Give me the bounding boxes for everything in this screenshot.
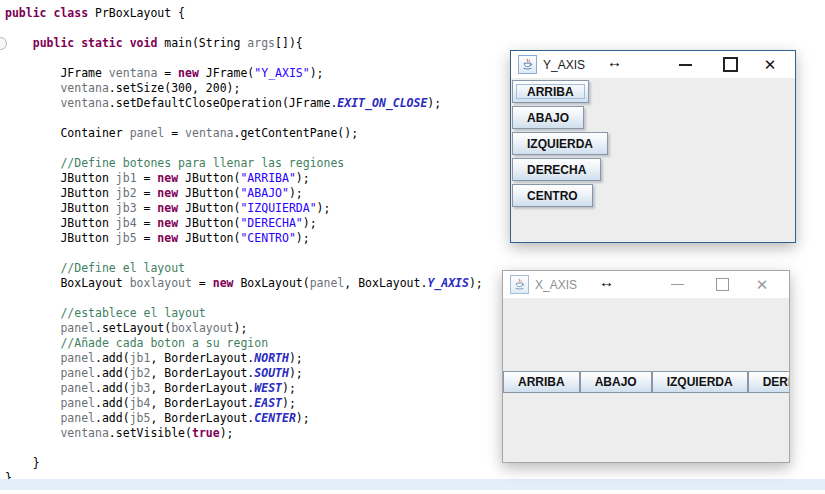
code-line xyxy=(5,21,825,36)
maximize-icon xyxy=(723,57,738,72)
code-line: public class PrBoxLayout { xyxy=(5,6,825,21)
y-axis-content-pane: ARRIBAABAJOIZQUIERDADERECHACENTRO xyxy=(511,78,795,242)
horizontal-resize-cursor-icon: ↔ xyxy=(607,53,622,70)
java-coffee-cup-icon xyxy=(510,275,529,294)
x-axis-content-pane: ARRIBAABAJOIZQUIERDADERECHA xyxy=(503,298,789,462)
button-izquierda[interactable]: IZQUIERDA xyxy=(652,371,748,393)
minimize-button[interactable] xyxy=(660,271,694,298)
current-line-highlight xyxy=(0,479,825,490)
button-abajo[interactable]: ABAJO xyxy=(580,371,652,393)
maximize-button[interactable] xyxy=(705,271,739,298)
window-title: Y_AXIS xyxy=(543,58,585,72)
x-axis-titlebar[interactable]: X_AXIS ↔ ✕ xyxy=(503,271,789,298)
code-line: public static void main(String args[]){ xyxy=(5,36,825,51)
code-line xyxy=(5,246,825,261)
close-button[interactable]: ✕ xyxy=(753,51,787,78)
button-izquierda[interactable]: IZQUIERDA xyxy=(512,132,608,155)
minimize-button[interactable] xyxy=(668,51,702,78)
button-abajo[interactable]: ABAJO xyxy=(512,106,584,129)
horizontal-resize-cursor-icon: ↔ xyxy=(599,273,614,290)
button-derecha[interactable]: DERECHA xyxy=(748,371,789,393)
y-axis-titlebar[interactable]: Y_AXIS ↔ ✕ xyxy=(511,51,795,78)
maximize-icon xyxy=(716,278,729,291)
button-arriba[interactable]: ARRIBA xyxy=(512,80,589,103)
screenshot-root: public class PrBoxLayout { public static… xyxy=(0,0,825,494)
maximize-button[interactable] xyxy=(713,51,747,78)
button-centro[interactable]: CENTRO xyxy=(512,184,593,207)
java-coffee-cup-icon xyxy=(518,55,537,74)
minimize-icon xyxy=(679,64,692,66)
minimize-icon xyxy=(671,284,684,285)
window-x-axis: X_AXIS ↔ ✕ ARRIBAABAJOIZQUIERDADERECHA xyxy=(502,270,790,463)
y-axis-button-column: ARRIBAABAJOIZQUIERDADERECHACENTRO xyxy=(512,80,608,207)
button-derecha[interactable]: DERECHA xyxy=(512,158,601,181)
close-button[interactable]: ✕ xyxy=(745,271,779,298)
window-y-axis: Y_AXIS ↔ ✕ ARRIBAABAJOIZQUIERDADERECHACE… xyxy=(510,50,796,243)
button-arriba[interactable]: ARRIBA xyxy=(503,371,580,393)
window-title: X_AXIS xyxy=(535,278,577,292)
x-axis-button-row: ARRIBAABAJOIZQUIERDADERECHA xyxy=(503,371,789,393)
